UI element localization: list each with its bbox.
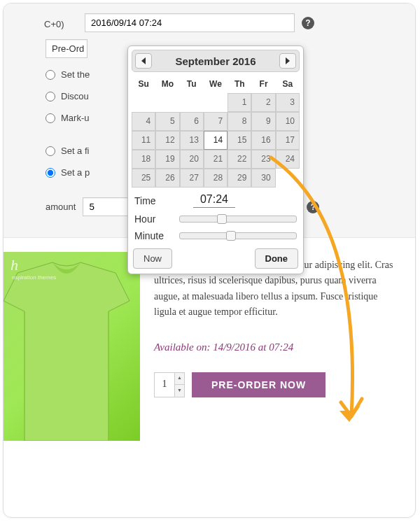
qty-down-icon[interactable]: ▼ [175,385,184,397]
minute-label: Minute [134,230,179,241]
day-cell[interactable]: 10 [276,112,300,131]
hour-slider[interactable] [179,216,297,223]
next-month-button[interactable] [279,53,296,69]
minute-slider-handle[interactable] [226,231,236,241]
amount-label: amount [46,202,76,212]
dow-header: Th [227,75,251,93]
day-cell[interactable]: 6 [180,112,204,131]
product-image: h nspiration themes [4,252,140,441]
day-cell[interactable]: 23 [251,150,275,169]
hour-slider-handle[interactable] [217,214,227,224]
radio-label: Set a p [61,167,90,178]
qty-up-icon[interactable]: ▲ [175,373,184,386]
time-label: Time [134,195,179,206]
type-select[interactable]: Pre-Ord [46,39,88,58]
day-cell[interactable]: 11 [132,131,155,150]
prev-month-button[interactable] [135,53,152,69]
quantity-stepper[interactable]: 1 ▲ ▼ [154,372,185,397]
day-cell[interactable]: 20 [180,150,204,169]
release-date-input[interactable] [85,13,295,32]
quantity-value: 1 [155,376,174,392]
day-cell[interactable]: 9 [251,112,275,131]
datepicker-title: September 2016 [175,55,255,67]
day-cell[interactable]: 8 [227,112,251,131]
day-cell[interactable]: 16 [251,131,275,150]
day-cell[interactable]: 13 [180,131,204,150]
day-cell[interactable]: 28 [204,169,227,188]
dow-header: We [204,75,227,93]
day-cell[interactable]: 3 [276,93,300,112]
radio-label: Mark-u [61,113,89,123]
day-cell[interactable]: 12 [155,131,179,150]
day-cell[interactable]: 21 [204,150,227,169]
minute-slider[interactable] [179,232,297,239]
radio-label: Discou [61,91,89,101]
radio-discount[interactable] [46,92,55,101]
dow-header: Sa [276,75,300,93]
day-cell[interactable]: 24 [276,150,300,169]
day-cell[interactable]: 14 [204,131,227,150]
dow-header: Fr [251,75,275,93]
day-cell[interactable]: 19 [155,150,179,169]
radio-set-the[interactable] [46,70,55,80]
logo-watermark-sub: nspiration themes [12,274,56,281]
radio-label: Set the [61,69,90,80]
help-icon[interactable]: ? [302,17,314,29]
day-cell[interactable]: 5 [155,112,179,131]
day-cell[interactable]: 2 [251,93,275,112]
day-cell[interactable]: 7 [204,112,227,131]
help-icon[interactable]: ? [307,201,319,213]
day-cell[interactable]: 27 [180,169,204,188]
radio-set-fixed[interactable] [46,146,55,156]
time-value: 07:24 [193,193,235,208]
day-cell[interactable]: 4 [132,112,155,131]
radio-label: Set a fi [61,146,89,156]
done-button[interactable]: Done [255,248,299,269]
day-cell[interactable]: 22 [227,150,251,169]
day-cell[interactable]: 18 [132,150,155,169]
now-button[interactable]: Now [133,248,172,269]
dow-header: Su [132,75,155,93]
timezone-suffix: C+0) [44,19,64,29]
day-cell[interactable]: 1 [227,93,251,112]
day-cell[interactable]: 15 [227,131,251,150]
radio-markup[interactable] [46,113,55,123]
dow-header: Mo [155,75,179,93]
day-cell[interactable]: 25 [132,169,155,188]
datepicker-popup: September 2016 SuMoTuWeThFrSa12345678910… [127,45,304,274]
day-cell[interactable]: 26 [155,169,179,188]
dow-header: Tu [180,75,204,93]
available-on-text: Available on: 14/9/2016 at 07:24 [154,339,394,355]
logo-watermark: h [10,256,18,274]
day-cell[interactable]: 17 [276,131,300,150]
day-cell[interactable]: 30 [251,169,275,188]
hour-label: Hour [134,213,179,225]
radio-set-percent[interactable] [46,168,55,178]
day-cell[interactable]: 29 [227,169,251,188]
preorder-button[interactable]: PRE-ORDER NOW [192,372,326,397]
